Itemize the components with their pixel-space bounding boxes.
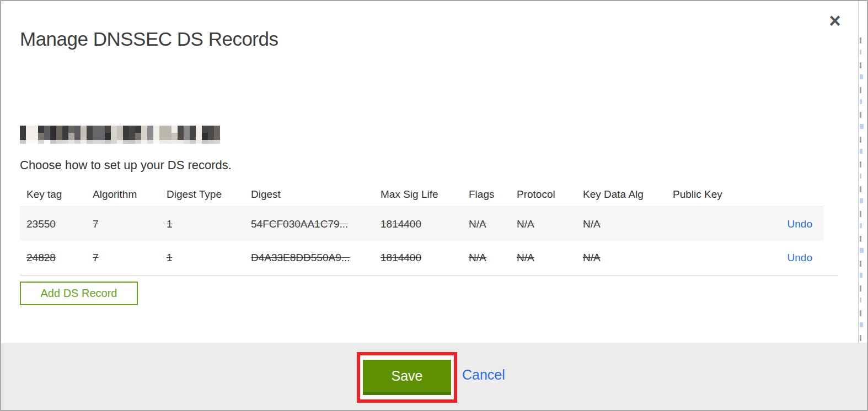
cancel-link[interactable]: Cancel (462, 367, 505, 383)
table-cell: 23550 (20, 218, 86, 230)
add-ds-record-button[interactable]: Add DS Record (20, 282, 138, 305)
table-row: 235507154FCF030AA1C79...1814400N/AN/AN/A… (20, 207, 823, 241)
modal-footer: Save Cancel (1, 343, 867, 410)
table-header-row: Key tagAlgorithmDigest TypeDigestMax Sig… (20, 182, 823, 207)
column-header: Key tag (20, 188, 86, 207)
table-cell: 7 (86, 218, 160, 230)
undo-link[interactable]: Undo (787, 218, 812, 230)
add-ds-record-label: Add DS Record (41, 287, 117, 300)
table-cell: N/A (462, 252, 510, 264)
redacted-domain-name (20, 126, 220, 144)
column-header: Flags (462, 188, 510, 207)
instruction-text: Choose how to set up your DS records. (20, 158, 232, 172)
column-header: Public Key (666, 188, 749, 207)
column-header: Key Data Alg (576, 188, 666, 207)
column-header: Max Sig Life (374, 188, 462, 207)
close-button[interactable]: × (824, 10, 846, 32)
column-header: Digest (244, 188, 374, 207)
table-cell: N/A (576, 252, 666, 264)
table-bottom-divider (20, 275, 838, 275)
table-body: 235507154FCF030AA1C79...1814400N/AN/AN/A… (20, 207, 823, 274)
table-cell-action: Undo (749, 218, 823, 230)
table-cell: N/A (462, 218, 510, 230)
table-cell: D4A33E8DD550A9... (244, 252, 374, 264)
table-cell: N/A (576, 218, 666, 230)
red-annotation-highlight: Save (357, 352, 457, 403)
table-cell-action: Undo (749, 252, 823, 264)
save-button[interactable]: Save (363, 360, 451, 395)
table-cell: 54FCF030AA1C79... (244, 218, 374, 230)
column-header: Protocol (510, 188, 576, 207)
close-icon: × (829, 11, 840, 31)
ds-records-table: Key tagAlgorithmDigest TypeDigestMax Sig… (20, 182, 823, 274)
column-header: Algorithm (86, 188, 160, 207)
table-cell: 7 (86, 252, 160, 264)
table-row: 2482871D4A33E8DD550A9...1814400N/AN/AN/A… (20, 241, 823, 274)
undo-link[interactable]: Undo (787, 252, 812, 263)
modal-title: Manage DNSSEC DS Records (20, 28, 278, 50)
table-cell: N/A (510, 252, 576, 264)
table-cell: 1814400 (374, 252, 462, 264)
table-cell: 24828 (20, 252, 86, 264)
table-cell: 1 (160, 218, 244, 230)
table-cell: 1814400 (374, 218, 462, 230)
column-header: Digest Type (160, 188, 244, 207)
table-cell: 1 (160, 252, 244, 264)
table-cell: N/A (510, 218, 576, 230)
